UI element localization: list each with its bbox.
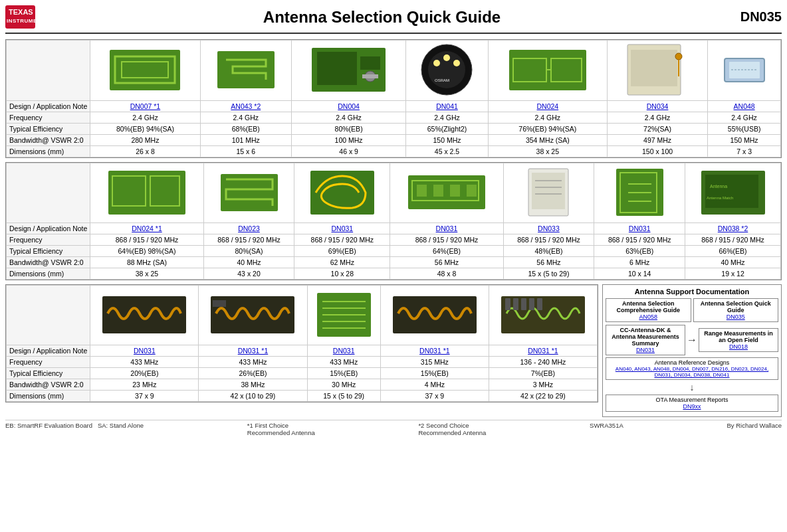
label-bw-3: Bandwidth@ VSWR 2:0: [7, 379, 90, 391]
link-dn033[interactable]: DN033: [503, 223, 594, 234]
bottom-section: Design / Application Note DN031 DN031 *1…: [5, 284, 782, 417]
svg-rect-68: [529, 298, 534, 310]
link-dn034[interactable]: DN034: [607, 101, 707, 112]
antenna-svg-3-3: [316, 292, 372, 338]
eff-2-7: 66%(EB): [685, 246, 781, 257]
bw-1-6: 497 MHz: [607, 135, 707, 146]
support-comprehensive-link[interactable]: AN058: [609, 313, 688, 320]
antenna-svg-2-1: [107, 169, 187, 216]
antenna-svg-2-6: [615, 167, 665, 217]
doc-number: DN035: [729, 9, 782, 25]
row-eff-1: Typical Efficiency 80%(EB) 94%(SA) 68%(E…: [7, 124, 781, 135]
support-arrow-down: ↓: [606, 382, 778, 393]
support-range-link[interactable]: DN018: [702, 343, 775, 350]
freq-1-3: 2.4 GHz: [292, 112, 406, 124]
eff-2-1: 64%(EB) 98%(SA): [90, 246, 203, 257]
antenna-svg-2-3: [309, 169, 376, 216]
link-dn031-3e[interactable]: DN031 *1: [489, 345, 597, 357]
label-freq-1: Frequency: [7, 112, 90, 124]
bw-1-1: 280 MHz: [90, 135, 200, 146]
bw-2-1: 88 MHz (SA): [90, 257, 203, 268]
link-dn024-1[interactable]: DN024 *1: [90, 223, 203, 234]
support-refdesigns-row: Antenna Reference Designs AN040, AN043, …: [606, 357, 778, 380]
svg-rect-29: [108, 171, 185, 215]
footer-docid: SWRA351A: [590, 422, 623, 436]
dim-3-5: 42 x (22 to 29): [489, 391, 597, 402]
ant-img-4: OSRAM: [406, 41, 489, 101]
support-ccdk-link[interactable]: DN031: [609, 347, 682, 353]
link-dn031-2c[interactable]: DN031: [594, 223, 685, 234]
svg-text:OSRAM: OSRAM: [435, 78, 449, 82]
dim-3-3: 15 x (5 to 29): [307, 391, 380, 402]
svg-rect-63: [393, 296, 477, 333]
link-an048[interactable]: AN048: [708, 101, 781, 112]
label-bw-2: Bandwidth@ VSWR 2:0: [7, 257, 90, 268]
link-dn031-3d[interactable]: DN031 *1: [380, 345, 489, 357]
bw-1-2: 101 MHz: [200, 135, 291, 146]
support-quick-link[interactable]: DN035: [697, 313, 776, 320]
link-dn023[interactable]: DN023: [203, 223, 294, 234]
link-dn031-2b[interactable]: DN031: [390, 223, 503, 234]
dim-2-1: 38 x 25: [90, 268, 203, 280]
svg-rect-23: [631, 50, 677, 86]
ant-img-7: [708, 41, 781, 101]
label-freq-3: Frequency: [7, 357, 90, 368]
svg-point-14: [433, 60, 440, 66]
svg-text:TEXAS: TEXAS: [9, 8, 33, 16]
ant-img-2-4: [390, 163, 503, 223]
eff-3-2: 26%(EB): [199, 368, 307, 379]
link-dn007[interactable]: DN007 *1: [90, 101, 200, 112]
row-design-1: Design / Application Note DN007 *1 AN043…: [7, 101, 781, 112]
bw-1-4: 150 MHz: [406, 135, 489, 146]
link-dn004[interactable]: DN004: [292, 101, 406, 112]
eff-2-4: 64%(EB): [390, 246, 503, 257]
support-comprehensive-title: Antenna Selection Comprehensive Guide: [609, 300, 688, 313]
freq-1-7: 2.4 GHz: [708, 112, 781, 124]
antenna-svg-1: [108, 48, 181, 92]
bw-2-2: 40 MHz: [203, 257, 294, 268]
support-refdesigns-title: Antenna Reference Designs: [609, 359, 775, 366]
link-dn031-2a[interactable]: DN031: [294, 223, 390, 234]
antenna-svg-7: [721, 55, 768, 85]
eff-3-4: 15%(EB): [380, 368, 489, 379]
section-433mhz-table: Design / Application Note DN031 DN031 *1…: [5, 284, 598, 402]
row-freq-3: Frequency 433 MHz 433 MHz 433 MHz 315 MH…: [7, 357, 598, 368]
freq-1-5: 2.4 GHz: [488, 112, 607, 124]
svg-rect-39: [467, 185, 477, 197]
support-refdesigns-links[interactable]: AN040, AN043, AN048, DN004, DN007, DN216…: [609, 366, 775, 378]
dim-2-6: 10 x 14: [594, 268, 685, 280]
label-design-3: Design / Application Note: [7, 345, 90, 357]
freq-2-3: 868 / 915 / 920 MHz: [294, 234, 390, 246]
dim-1-5: 38 x 25: [488, 146, 607, 157]
eff-1-7: 55%(USB): [708, 124, 781, 135]
link-dn031-3b[interactable]: DN031 *1: [199, 345, 307, 357]
link-dn038[interactable]: DN038 *2: [685, 223, 781, 234]
support-ota-link[interactable]: DN9xx: [609, 403, 775, 410]
bw-3-2: 38 MHz: [199, 379, 307, 391]
ant-img-2-1: [90, 163, 203, 223]
svg-text:Antenna: Antenna: [710, 184, 727, 189]
support-ccdk-cell: CC-Antenna-DK & Antenna Measurements Sum…: [606, 325, 685, 355]
row-dim-3: Dimensions (mm) 37 x 9 42 x (10 to 29) 1…: [7, 391, 598, 402]
section-900mhz: Antenna Antenna Match Design / Applicati…: [5, 162, 782, 280]
row-dim-1: Dimensions (mm) 26 x 8 15 x 6 46 x 9 45 …: [7, 146, 781, 157]
image-row-1: OSRAM: [7, 41, 781, 101]
bw-3-1: 23 MHz: [90, 379, 199, 391]
eff-2-2: 80%(SA): [203, 246, 294, 257]
freq-2-4: 868 / 915 / 920 MHz: [390, 234, 503, 246]
antenna-svg-4: OSRAM: [420, 43, 473, 96]
label-dim-2: Dimensions (mm): [7, 268, 90, 280]
link-an043[interactable]: AN043 *2: [200, 101, 291, 112]
link-dn024[interactable]: DN024: [488, 101, 607, 112]
freq-2-6: 868 / 915 / 920 MHz: [594, 234, 685, 246]
link-dn031-3c[interactable]: DN031: [307, 345, 380, 357]
image-row-3: [7, 286, 598, 345]
link-dn041[interactable]: DN041: [406, 101, 489, 112]
support-title: Antenna Support Documentation: [606, 288, 778, 296]
link-dn031-3a[interactable]: DN031: [90, 345, 199, 357]
ant-img-3-2: [199, 286, 307, 345]
support-cell-quick: Antenna Selection Quick Guide DN035: [693, 298, 779, 322]
bw-2-5: 56 MHz: [503, 257, 594, 268]
antenna-svg-5: [508, 48, 588, 92]
label-eff-3: Typical Efficiency: [7, 368, 90, 379]
